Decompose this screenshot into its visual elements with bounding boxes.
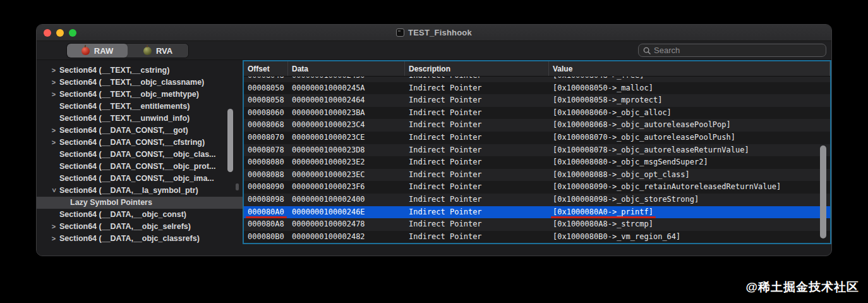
sidebar-item-label: Section64 (__TEXT,__cstring) — [59, 65, 169, 77]
cell-text: [0x100008068->_objc_autoreleasePoolPop] — [553, 119, 731, 132]
column-header[interactable]: Data — [288, 61, 405, 76]
search-input[interactable] — [654, 46, 821, 55]
sidebar: >Section64 (__TEXT,__cstring)>Section64 … — [37, 61, 243, 256]
cell-offset: 00008050 — [244, 82, 288, 95]
table-row[interactable]: 000080980000000100002400Indirect Pointer… — [244, 194, 830, 206]
sidebar-item-label: Section64 (__DATA,__la_symbol_ptr) — [59, 185, 198, 197]
cell-text: [0x100008060->_objc_alloc] — [553, 107, 672, 120]
cell-text: [0x1000080A0->_printf] — [553, 206, 653, 219]
cell-data: 0000000100002482 — [288, 231, 405, 243]
sidebar-item[interactable]: Section64 (__DATA_CONST,__objc_clas... — [37, 149, 243, 161]
chevron-right-icon[interactable]: > — [49, 89, 58, 101]
search-field[interactable] — [638, 44, 826, 57]
chevron-right-icon[interactable]: > — [49, 77, 58, 89]
sidebar-item[interactable]: >Section64 (__TEXT,__objc_classname) — [37, 77, 243, 89]
cell-text: 00000001000023BA — [292, 107, 365, 120]
sidebar-item[interactable]: Section64 (__TEXT,__entitlements) — [37, 101, 243, 113]
cell-data: 00000001000023F6 — [288, 181, 405, 194]
cell-text: 0000000100002400 — [292, 194, 365, 206]
sidebar-item[interactable]: >Section64 (__TEXT,__objc_methtype) — [37, 89, 243, 101]
table-row[interactable]: 00008050000000010000245AIndirect Pointer… — [244, 82, 830, 95]
main-content: >Section64 (__TEXT,__cstring)>Section64 … — [37, 61, 831, 256]
segment-rva[interactable]: RVA — [128, 44, 188, 58]
splitter-handle[interactable] — [236, 183, 239, 190]
cell-value: [0x100008060->_objc_alloc] — [549, 107, 830, 120]
segment-raw[interactable]: RAW — [67, 44, 128, 58]
column-header[interactable]: Offset — [244, 61, 288, 76]
cell-value: [0x100008068->_objc_autoreleasePoolPop] — [549, 119, 830, 132]
table-row[interactable]: 0000808000000001000023E2Indirect Pointer… — [244, 156, 830, 169]
cell-text: [0x100008098->_objc_storeStrong] — [553, 194, 699, 206]
cell-description: Indirect Pointer — [405, 181, 549, 194]
sidebar-item[interactable]: >Section64 (__TEXT,__cstring) — [37, 65, 243, 77]
table-scrollbar-thumb[interactable] — [820, 145, 826, 238]
sidebar-item[interactable]: Section64 (__TEXT,__unwind_info) — [37, 113, 243, 125]
sidebar-item[interactable]: >Section64 (__DATA,__objc_classrefs) — [37, 233, 243, 245]
cell-text: [0x100008050->_malloc] — [553, 82, 653, 95]
table-row[interactable]: 0000806000000001000023BAIndirect Pointer… — [244, 107, 830, 120]
sidebar-item[interactable]: Section64 (__DATA_CONST,__objc_prot... — [37, 161, 243, 173]
table-row[interactable]: 000080A0000000010000246EIndirect Pointer… — [244, 206, 830, 219]
segment-label: RVA — [156, 46, 172, 56]
cell-offset: 00008078 — [244, 144, 288, 157]
chevron-down-icon[interactable]: > — [48, 186, 60, 195]
sidebar-item[interactable]: Section64 (__DATA,__objc_const) — [37, 209, 243, 221]
titlebar[interactable]: TEST_Fishhook — [37, 25, 831, 41]
sidebar-scrollbar-thumb[interactable] — [227, 109, 233, 172]
cell-text: 00008060 — [248, 107, 284, 120]
cell-offset: 00008058 — [244, 94, 288, 107]
chevron-right-icon[interactable]: > — [49, 221, 58, 233]
search-icon — [643, 47, 651, 54]
sidebar-item[interactable]: >Section64 (__DATA_CONST,__cfstring) — [37, 137, 243, 149]
cell-text: 00008078 — [248, 144, 284, 157]
cell-data: 000000010000246E — [288, 206, 405, 219]
cell-description: Indirect Pointer — [405, 82, 549, 95]
traffic-lights — [44, 25, 76, 40]
cell-value: [0x1000080A8->_strcmp] — [549, 218, 830, 231]
cell-text: 00008058 — [248, 94, 284, 107]
column-header[interactable]: Description — [405, 61, 549, 76]
minimize-button[interactable] — [56, 29, 64, 37]
column-header[interactable]: Value — [549, 61, 830, 76]
table-row[interactable]: 0000807800000001000023D8Indirect Pointer… — [244, 144, 830, 157]
table-row[interactable]: 000080480000000100002450Indirect Pointer… — [244, 77, 830, 82]
table-row[interactable]: 000080580000000100002464Indirect Pointer… — [244, 94, 830, 107]
cell-text: [0x1000080B0->_vm_region_64] — [553, 231, 680, 243]
cell-text: Indirect Pointer — [409, 181, 482, 194]
table-row[interactable]: 000080B00000000100002482Indirect Pointer… — [244, 231, 830, 243]
table-row[interactable]: 0000808800000001000023ECIndirect Pointer… — [244, 169, 830, 182]
table-row[interactable]: 0000806800000001000023C4Indirect Pointer… — [244, 119, 830, 132]
cell-offset: 00008080 — [244, 156, 288, 169]
cell-offset: 00008068 — [244, 119, 288, 132]
sidebar-item-label: Section64 (__DATA_CONST,__objc_clas... — [59, 149, 216, 161]
table-row[interactable]: 0000809000000001000023F6Indirect Pointer… — [244, 181, 830, 194]
sidebar-item[interactable]: >Section64 (__DATA_CONST,__got) — [37, 125, 243, 137]
chevron-right-icon[interactable]: > — [49, 137, 58, 149]
cell-text: 00000001000023C4 — [292, 119, 365, 132]
table-row[interactable]: 0000807000000001000023CEIndirect Pointer… — [244, 132, 830, 144]
chevron-right-icon[interactable]: > — [49, 65, 58, 77]
cell-text: [0x100008070->_objc_autoreleasePoolPush] — [553, 132, 735, 144]
cell-description: Indirect Pointer — [405, 107, 549, 120]
cell-text: [0x100008088->_objc_opt_class] — [553, 169, 690, 182]
cell-text: 000080B0 — [248, 231, 284, 243]
cell-text: 00008050 — [248, 82, 284, 95]
cell-value: [0x100008088->_objc_opt_class] — [549, 169, 830, 182]
chevron-right-icon[interactable]: > — [49, 233, 58, 245]
sidebar-item[interactable]: Lazy Symbol Pointers — [37, 197, 243, 209]
table-body: 000080480000000100002450Indirect Pointer… — [244, 77, 830, 243]
cell-text: 00008088 — [248, 169, 284, 182]
zoom-button[interactable] — [69, 29, 76, 37]
cell-text: Indirect Pointer — [409, 194, 482, 206]
close-button[interactable] — [44, 29, 51, 37]
executable-icon — [396, 28, 404, 37]
table-row[interactable]: 000080A80000000100002478Indirect Pointer… — [244, 218, 830, 231]
table-header: OffsetDataDescriptionValue — [244, 61, 830, 77]
sidebar-item[interactable]: >Section64 (__DATA,__objc_selrefs) — [37, 221, 243, 233]
sidebar-item[interactable]: >Section64 (__DATA,__la_symbol_ptr) — [37, 185, 243, 197]
cell-offset: 000080A8 — [244, 218, 288, 231]
sidebar-item[interactable]: Section64 (__DATA_CONST,__objc_ima... — [37, 173, 243, 185]
sidebar-item-label: Section64 (__DATA_CONST,__got) — [59, 125, 188, 137]
cell-value: [0x100008098->_objc_storeStrong] — [549, 194, 830, 206]
chevron-right-icon[interactable]: > — [49, 125, 58, 137]
